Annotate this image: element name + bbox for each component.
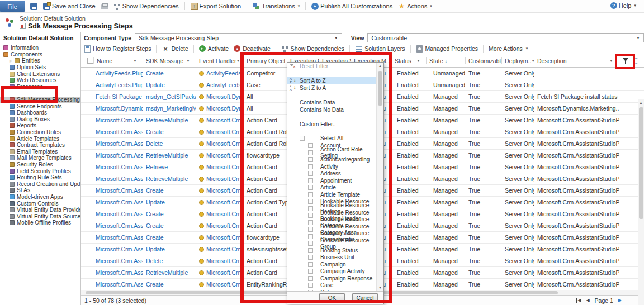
- sidebar-item-dialog-boxes[interactable]: Dialog Boxes: [0, 116, 80, 123]
- row-checkbox-cell[interactable]: [81, 91, 93, 102]
- view-select[interactable]: Customizable ▼: [367, 33, 644, 42]
- row-checkbox-cell[interactable]: [81, 208, 93, 220]
- filter-option-campaign-activity[interactable]: Campaign Activity: [287, 268, 376, 275]
- sidebar-item-record-creation-and-update-rules[interactable]: Record Creation and Update Rules: [0, 180, 80, 187]
- filter-command-contains-no-data[interactable]: Contains No Data: [287, 106, 376, 114]
- sidebar-item-model-driven-apps[interactable]: Model-driven Apps: [0, 194, 80, 201]
- sidebar-item-virtual-entity-data-sources[interactable]: Virtual Entity Data Sources: [0, 213, 80, 220]
- chevron-down-icon[interactable]: ▼: [236, 59, 240, 63]
- column-header-sdk-message[interactable]: SDK Message▼: [143, 54, 196, 67]
- grid-toolbar-how-to-register-steps-button[interactable]: How to Register Steps: [84, 45, 151, 53]
- grid-toolbar-solution-layers-button[interactable]: Solution Layers: [355, 45, 405, 53]
- chevron-down-icon[interactable]: ▼: [416, 59, 420, 63]
- cell-event-handler[interactable]: Microsoft.Crm.Ass...: [196, 150, 243, 161]
- grid-toolbar-show-dependencies-button[interactable]: Show Dependencies: [281, 45, 344, 53]
- cell-sdk-message[interactable]: Create: [143, 208, 196, 220]
- filter-option-activity[interactable]: Activity: [287, 163, 376, 170]
- cell-name[interactable]: Microsoft.Crm.Assista...: [93, 255, 143, 266]
- cell-name[interactable]: ActivityFeeds.Plugins...: [93, 68, 143, 79]
- sidebar-item-connection-roles[interactable]: Connection Roles: [0, 129, 80, 136]
- cell-sdk-message[interactable]: Create: [143, 126, 196, 137]
- expander-icon[interactable]: ▷: [10, 59, 13, 63]
- cell-name[interactable]: Microsoft.Crm.Assista...: [93, 185, 143, 196]
- checkbox[interactable]: [308, 241, 313, 246]
- row-checkbox-cell[interactable]: [81, 79, 93, 90]
- checkbox[interactable]: [308, 213, 313, 218]
- cell-event-handler[interactable]: Microsoft.Crm.Ass...: [196, 161, 243, 173]
- cell-name[interactable]: Microsoft.Crm.Assista...: [93, 138, 143, 149]
- row-checkbox-cell[interactable]: [81, 103, 93, 114]
- cell-event-handler[interactable]: Microsoft.Dynami...: [196, 103, 243, 114]
- filter-select-all[interactable]: Select All: [287, 135, 376, 142]
- cell-event-handler[interactable]: Microsoft.Crm.Ass...: [196, 220, 243, 231]
- cell-event-handler[interactable]: ActivityFeeds.Plug...: [196, 79, 243, 90]
- grid-toolbar-managed-properties-button[interactable]: Managed Properties: [416, 45, 479, 53]
- cell-sdk-message[interactable]: Create: [143, 68, 196, 79]
- chevron-down-icon[interactable]: ▼: [609, 59, 613, 63]
- cell-sdk-message[interactable]: Create: [143, 185, 196, 196]
- cell-sdk-message[interactable]: msdyn_MarketingMet...: [143, 103, 196, 114]
- filter-option-campaign[interactable]: Campaign: [287, 261, 376, 268]
- cell-event-handler[interactable]: ActivityFeeds.Plug...: [196, 68, 243, 79]
- sidebar-item-reports[interactable]: Reports: [0, 122, 80, 129]
- filter-option-actioncardregarding[interactable]: actioncardregarding: [287, 156, 376, 164]
- cell-name[interactable]: Microsoft.Crm.Assista...: [93, 126, 143, 137]
- sidebar-item-service-endpoints[interactable]: Service Endpoints: [0, 103, 80, 109]
- filter-option-article[interactable]: Article: [287, 184, 376, 192]
- row-checkbox-cell[interactable]: [81, 267, 93, 278]
- scrollbar-thumb[interactable]: [378, 71, 382, 106]
- sidebar-item-custom-controls[interactable]: Custom Controls: [0, 200, 80, 207]
- checkbox[interactable]: [308, 255, 313, 260]
- scrollbar-thumb[interactable]: [639, 107, 643, 219]
- filter-option-address[interactable]: Address: [287, 170, 376, 178]
- row-checkbox-cell[interactable]: [81, 115, 93, 126]
- column-header-state[interactable]: State↓: [426, 54, 465, 67]
- cell-name[interactable]: Microsoft.Crm.Assista...: [93, 232, 143, 243]
- cell-sdk-message[interactable]: Delete: [143, 138, 196, 149]
- cell-event-handler[interactable]: Microsoft.Dynami...: [196, 91, 243, 102]
- sidebar-item-virtual-entity-data-providers[interactable]: Virtual Entity Data Providers: [0, 207, 80, 213]
- column-header-event-handler[interactable]: Event Handler▼: [196, 54, 243, 67]
- checkbox[interactable]: [308, 178, 313, 183]
- first-page-icon[interactable]: ◀: [576, 298, 581, 303]
- vertical-scrollbar[interactable]: ▲ ▼: [638, 99, 644, 305]
- scroll-up-icon[interactable]: ▲: [638, 99, 644, 106]
- checkbox[interactable]: [308, 276, 313, 281]
- filter-command-sort-a-to-z[interactable]: Sort A to Z: [287, 77, 376, 85]
- filter-option-article-template[interactable]: Article Template: [287, 191, 376, 198]
- refresh-icon[interactable]: [633, 58, 639, 64]
- filter-command-contains-data[interactable]: Contains Data: [287, 99, 376, 107]
- column-header-customizable[interactable]: Customizable: [465, 54, 501, 67]
- cell-event-handler[interactable]: Microsoft.Crm.Ass...: [196, 267, 243, 278]
- sidebar-item-information[interactable]: Information: [0, 45, 80, 51]
- checkbox[interactable]: [308, 220, 313, 225]
- filter-option-campaign-response[interactable]: Campaign Response: [287, 275, 376, 282]
- column-header-primary-object-type[interactable]: Primary Object Ty..▼: [243, 54, 287, 67]
- checkbox[interactable]: [308, 234, 313, 239]
- checkbox[interactable]: [308, 262, 313, 267]
- row-checkbox-cell[interactable]: [81, 220, 93, 231]
- toolbar-show-dependencies-button[interactable]: Show Dependencies: [113, 3, 179, 10]
- filter-option-action-card-role-setting[interactable]: Action Card Role Setting: [287, 149, 376, 156]
- row-checkbox-cell[interactable]: [81, 150, 93, 161]
- sidebar-item-slas[interactable]: SLAs: [0, 187, 80, 194]
- cell-name[interactable]: Microsoft.Crm.Assista...: [93, 197, 143, 208]
- column-header-name[interactable]: Name▼: [93, 54, 143, 67]
- cell-event-handler[interactable]: Microsoft.Crm.Ass...: [196, 185, 243, 196]
- grid-toolbar-deactivate-button[interactable]: Deactivate: [234, 45, 271, 52]
- cell-event-handler[interactable]: Microsoft.Crm.Ass...: [196, 115, 243, 126]
- cell-sdk-message[interactable]: Create: [143, 220, 196, 231]
- checkbox[interactable]: [308, 150, 313, 155]
- select-all-checkbox[interactable]: [87, 58, 93, 64]
- sidebar-item-security-roles[interactable]: Security Roles: [0, 161, 80, 168]
- cell-event-handler[interactable]: Microsoft.Crm.Ass...: [196, 255, 243, 266]
- filter-option-bookable-resource-group[interactable]: Bookable Resource Group: [287, 240, 376, 247]
- cell-name[interactable]: Microsoft.Crm.Assista...: [93, 244, 143, 255]
- cell-sdk-message[interactable]: RetrieveMultiple: [143, 115, 196, 126]
- cell-sdk-message[interactable]: RetrieveMultiple: [143, 267, 196, 278]
- component-type-select[interactable]: Sdk Message Processing Step ▼: [135, 33, 342, 42]
- filter-option-appointment[interactable]: Appointment: [287, 177, 376, 184]
- cell-name[interactable]: Microsoft.Crm.Assista...: [93, 150, 143, 161]
- toolbar-actions-button[interactable]: Actions ▾: [398, 3, 432, 10]
- checkbox[interactable]: [308, 248, 313, 253]
